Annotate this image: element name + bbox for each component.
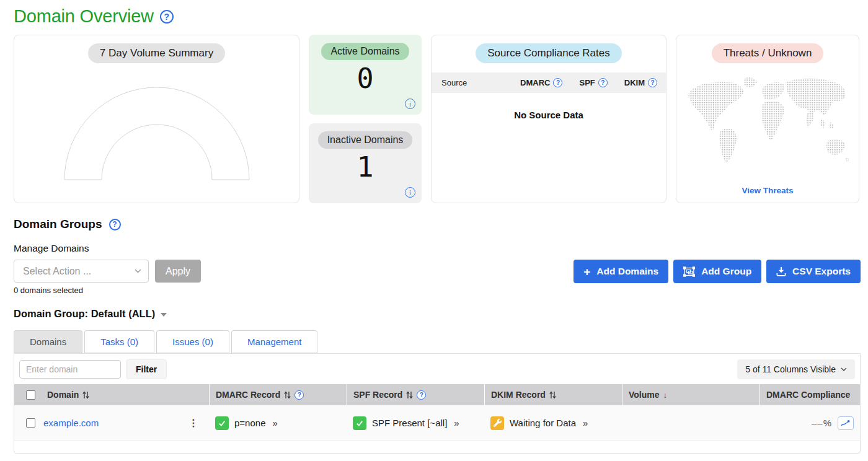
help-icon[interactable]: ? xyxy=(109,219,121,230)
add-group-label: Add Group xyxy=(701,266,751,277)
expand-icon: » xyxy=(272,418,277,428)
header-dmarc-compliance[interactable]: DMARC Compliance xyxy=(760,384,860,405)
tab-issues[interactable]: Issues (0) xyxy=(156,330,229,353)
source-column-label: Source xyxy=(441,78,503,87)
spf-status-label: SPF Present [~all] xyxy=(372,418,447,428)
dmarc-column-label: DMARC xyxy=(520,78,550,87)
cell-volume xyxy=(622,405,760,441)
action-select-value: Select Action ... xyxy=(23,266,91,277)
action-buttons-group: + Add Domains Add Group xyxy=(574,260,861,283)
help-icon[interactable]: ? xyxy=(648,78,657,87)
source-compliance-card: Source Compliance Rates Source DMARC ? S… xyxy=(431,35,666,203)
header-dmarc-record[interactable]: DMARC Record ? xyxy=(209,384,347,405)
domain-filter-input[interactable] xyxy=(19,360,121,379)
domain-link[interactable]: example.com xyxy=(43,418,99,428)
chevron-down-icon xyxy=(135,269,141,273)
download-icon xyxy=(776,266,786,276)
active-domains-count: 0 xyxy=(309,63,422,94)
header-dmarc-label: DMARC Record xyxy=(216,390,280,400)
dkim-status[interactable]: Waiting for Data » xyxy=(490,416,588,430)
row-checkbox[interactable] xyxy=(26,418,35,428)
sort-icon xyxy=(549,391,556,399)
object-group-icon xyxy=(683,266,695,277)
columns-visible-label: 5 of 11 Columns Visible xyxy=(745,364,836,374)
header-volume[interactable]: Volume ↓ xyxy=(622,384,760,405)
threats-card: Threats / Unknown xyxy=(676,35,859,203)
columns-visible-dropdown[interactable]: 5 of 11 Columns Visible xyxy=(737,359,855,379)
compliance-value: ––% xyxy=(812,418,832,428)
action-select[interactable]: Select Action ... xyxy=(14,260,149,283)
tab-domains[interactable]: Domains xyxy=(14,330,82,353)
domain-groups-header: Domain Groups ? xyxy=(14,217,861,231)
plus-icon: + xyxy=(583,266,590,278)
spf-status[interactable]: SPF Present [~all] » xyxy=(353,416,459,430)
inactive-domains-count: 1 xyxy=(309,152,422,183)
volume-summary-title: 7 Day Volume Summary xyxy=(88,43,225,63)
header-dkim-record[interactable]: DKIM Record xyxy=(484,384,622,405)
filter-button[interactable]: Filter xyxy=(126,359,167,379)
domains-table-container: Filter 5 of 11 Columns Visible Domain DM… xyxy=(14,353,861,454)
help-icon[interactable]: ? xyxy=(598,78,608,87)
inactive-domains-title: Inactive Domains xyxy=(318,131,413,149)
dmarc-status-label: p=none xyxy=(234,418,265,428)
dkim-status-label: Waiting for Data xyxy=(510,418,576,428)
tab-tasks[interactable]: Tasks (0) xyxy=(84,330,154,353)
inactive-domains-card: Inactive Domains 1 i xyxy=(309,123,422,203)
tab-bar: Domains Tasks (0) Issues (0) Management xyxy=(14,330,861,353)
sparkline-chart-icon[interactable] xyxy=(838,416,854,430)
manage-controls-row: Select Action ... Apply 0 domains select… xyxy=(14,260,861,295)
expand-icon: » xyxy=(583,418,588,428)
active-domains-card: Active Domains 0 i xyxy=(309,35,422,115)
table-row: example.com ⋮ p=none » SPF Present [~ xyxy=(14,405,860,441)
domain-overview-page: Domain Overview ? 7 Day Volume Summary A… xyxy=(0,0,868,461)
dmarc-status[interactable]: p=none » xyxy=(215,416,278,430)
spf-column-label: SPF xyxy=(579,78,595,87)
select-all-checkbox[interactable] xyxy=(26,390,35,400)
header-spf-record[interactable]: SPF Record ? xyxy=(347,384,484,405)
info-icon[interactable]: i xyxy=(405,187,415,198)
header-volume-label: Volume xyxy=(629,390,660,400)
csv-exports-label: CSV Exports xyxy=(792,266,851,277)
help-icon[interactable]: ? xyxy=(417,390,426,400)
cell-dmarc-compliance: ––% xyxy=(760,405,860,441)
csv-exports-button[interactable]: CSV Exports xyxy=(766,260,861,283)
header-domain-label: Domain xyxy=(47,390,79,400)
tab-management[interactable]: Management xyxy=(231,330,318,353)
view-threats-link[interactable]: View Threats xyxy=(742,186,793,195)
source-compliance-header: Source DMARC ? SPF ? DKIM ? xyxy=(432,72,666,93)
add-domains-label: Add Domains xyxy=(596,266,658,277)
spf-column: SPF ? xyxy=(579,78,607,87)
domain-group-selector[interactable]: Domain Group: Default (ALL) xyxy=(14,308,861,320)
sort-icon xyxy=(406,391,413,399)
domains-selected-note: 0 domains selected xyxy=(14,286,201,295)
add-domains-button[interactable]: + Add Domains xyxy=(574,260,668,283)
help-icon[interactable]: ? xyxy=(160,10,174,24)
action-select-group: Select Action ... Apply 0 domains select… xyxy=(14,260,201,295)
dkim-column: DKIM ? xyxy=(624,78,657,87)
manage-domains-label: Manage Domains xyxy=(14,243,861,254)
no-source-data-message: No Source Data xyxy=(432,110,666,120)
cell-spf-record: SPF Present [~all] » xyxy=(347,405,484,441)
header-spf-label: SPF Record xyxy=(353,390,402,400)
filter-bar: Filter 5 of 11 Columns Visible xyxy=(14,354,860,384)
volume-summary-card: 7 Day Volume Summary xyxy=(14,35,299,203)
cell-domain: example.com ⋮ xyxy=(14,405,209,441)
check-icon xyxy=(353,416,366,430)
domain-stats-column: Active Domains 0 i Inactive Domains 1 i xyxy=(309,35,422,203)
add-group-button[interactable]: Add Group xyxy=(673,260,761,283)
header-domain[interactable]: Domain xyxy=(14,384,209,405)
apply-button[interactable]: Apply xyxy=(155,260,201,283)
sort-icon xyxy=(82,391,89,399)
domain-groups-heading: Domain Groups xyxy=(14,217,102,231)
help-icon[interactable]: ? xyxy=(294,390,304,400)
sort-icon xyxy=(284,391,291,399)
info-icon[interactable]: i xyxy=(405,99,415,109)
row-menu-icon[interactable]: ⋮ xyxy=(188,417,199,429)
world-map-dotted xyxy=(683,73,852,171)
dmarc-column: DMARC ? xyxy=(520,78,562,87)
help-icon[interactable]: ? xyxy=(553,78,562,87)
source-compliance-title: Source Compliance Rates xyxy=(476,43,621,63)
header-compliance-label: DMARC Compliance xyxy=(766,390,850,400)
chevron-down-icon xyxy=(841,367,847,371)
page-header: Domain Overview ? xyxy=(14,6,861,27)
